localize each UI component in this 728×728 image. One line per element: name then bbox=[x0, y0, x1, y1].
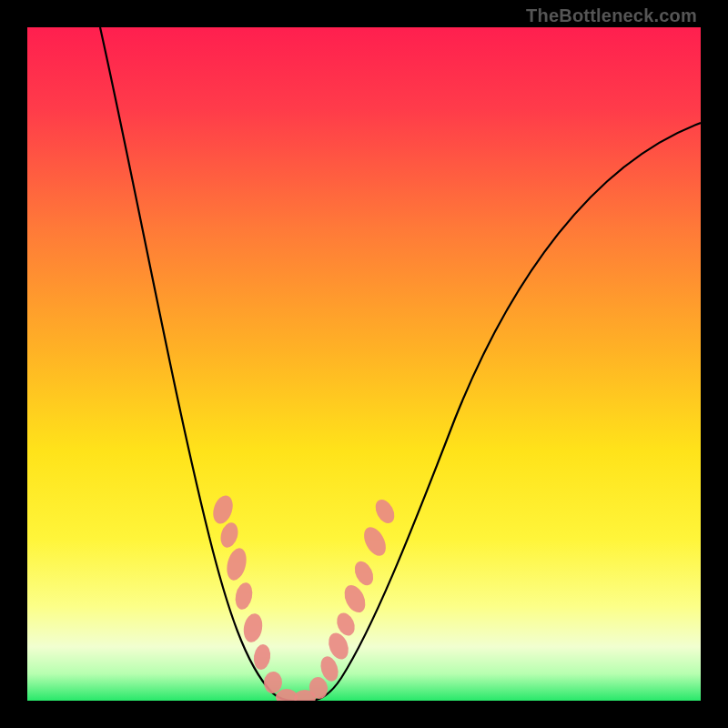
chart-container: TheBottleneck.com bbox=[0, 0, 728, 728]
svg-point-1 bbox=[210, 493, 237, 527]
svg-point-15 bbox=[351, 558, 377, 588]
data-markers bbox=[210, 493, 399, 701]
svg-point-17 bbox=[371, 496, 398, 526]
plot-area bbox=[27, 27, 701, 701]
svg-point-3 bbox=[224, 546, 249, 582]
svg-point-4 bbox=[233, 581, 255, 611]
bottleneck-curve bbox=[100, 27, 701, 701]
svg-point-16 bbox=[359, 523, 390, 559]
svg-point-7 bbox=[263, 671, 283, 693]
svg-point-6 bbox=[252, 643, 272, 671]
svg-point-14 bbox=[340, 581, 369, 616]
bottleneck-curve-layer bbox=[27, 27, 701, 701]
svg-point-2 bbox=[217, 521, 240, 550]
svg-point-5 bbox=[241, 612, 264, 644]
watermark-text: TheBottleneck.com bbox=[526, 5, 697, 26]
